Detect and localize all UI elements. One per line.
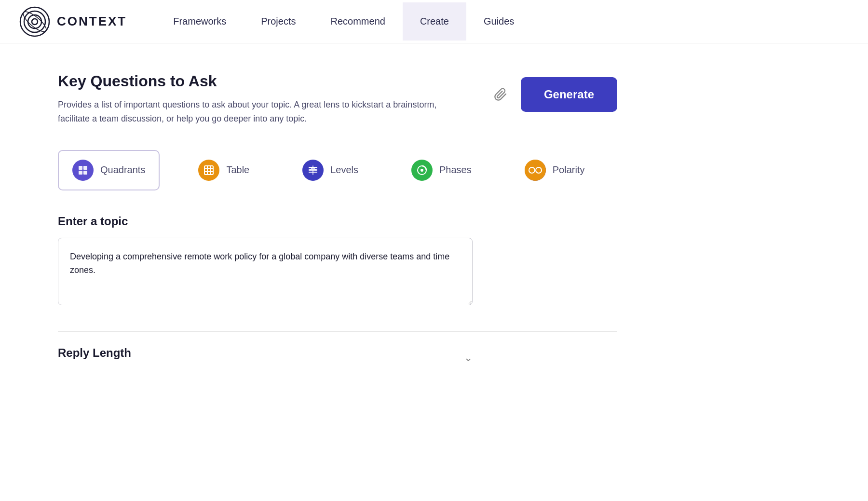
svg-point-2 [28,15,41,28]
tab-polarity[interactable]: Polarity [510,150,599,190]
page-header: Key Questions to Ask Provides a list of … [58,72,617,126]
nav-item-frameworks[interactable]: Frameworks [156,2,244,41]
logo-text: CONTEXT [57,14,127,29]
framework-tabs: Quadrants Table [58,150,617,190]
header-actions: Generate [490,77,617,112]
page-description: Provides a list of important questions t… [58,98,471,126]
header: CONTEXT Frameworks Projects Recommend Cr… [0,0,868,43]
tab-levels[interactable]: Levels [288,150,373,190]
svg-point-4 [21,9,49,35]
quadrants-icon [72,160,94,181]
logo-icon [19,6,50,37]
svg-rect-6 [83,166,87,170]
reply-length-header[interactable]: Reply Length ⌄ [58,346,473,369]
nav: Frameworks Projects Recommend Create Gui… [156,2,531,41]
polarity-icon [525,160,546,181]
logo[interactable]: CONTEXT [19,6,127,37]
phases-icon [411,160,433,181]
generate-button[interactable]: Generate [521,77,617,112]
tab-quadrants[interactable]: Quadrants [58,150,160,190]
svg-rect-5 [79,166,82,170]
page-title: Key Questions to Ask [58,72,471,90]
reply-length-section: Reply Length ⌄ [58,331,617,369]
nav-item-projects[interactable]: Projects [244,2,313,41]
topic-textarea[interactable]: Developing a comprehensive remote work p… [58,238,473,305]
svg-point-18 [420,169,423,172]
tab-levels-label: Levels [330,164,358,176]
reply-length-label: Reply Length [58,346,131,360]
nav-item-guides[interactable]: Guides [466,2,531,41]
topic-section-label: Enter a topic [58,215,617,228]
tab-phases[interactable]: Phases [397,150,486,190]
topic-section: Enter a topic Developing a comprehensive… [58,215,617,307]
tab-phases-label: Phases [439,164,472,176]
levels-icon [302,160,324,181]
page-title-block: Key Questions to Ask Provides a list of … [58,72,471,126]
chevron-down-icon: ⌄ [464,352,473,364]
paperclip-icon [494,88,507,101]
nav-item-recommend[interactable]: Recommend [313,2,403,41]
tab-quadrants-label: Quadrants [100,164,145,176]
nav-item-create[interactable]: Create [403,2,466,41]
svg-rect-9 [204,166,213,175]
svg-point-3 [32,19,38,25]
svg-rect-8 [83,171,87,175]
svg-rect-7 [79,171,82,175]
tab-table[interactable]: Table [184,150,264,190]
table-icon [198,160,219,181]
main-content: Key Questions to Ask Provides a list of … [0,43,675,398]
tab-polarity-label: Polarity [553,164,585,176]
attach-button[interactable] [490,84,511,105]
tab-table-label: Table [226,164,249,176]
